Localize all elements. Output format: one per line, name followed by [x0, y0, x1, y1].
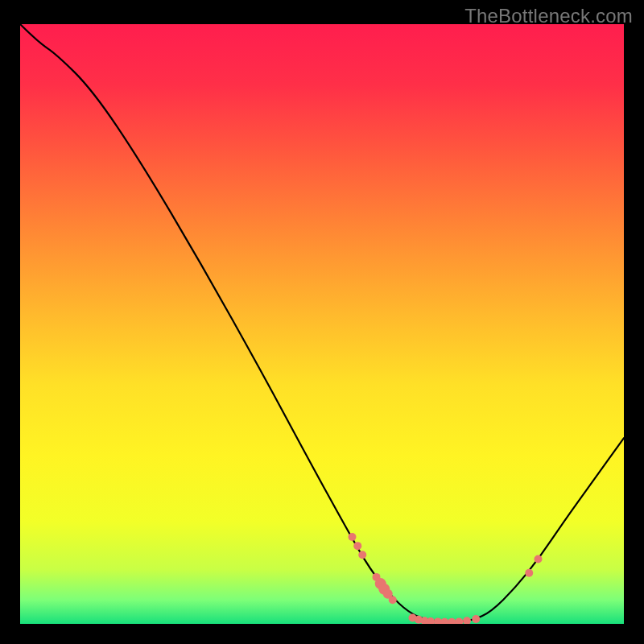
- chart-container: TheBottleneck.com: [0, 0, 644, 644]
- plot-frame: [20, 24, 624, 624]
- bottleneck-chart-canvas: [20, 24, 624, 624]
